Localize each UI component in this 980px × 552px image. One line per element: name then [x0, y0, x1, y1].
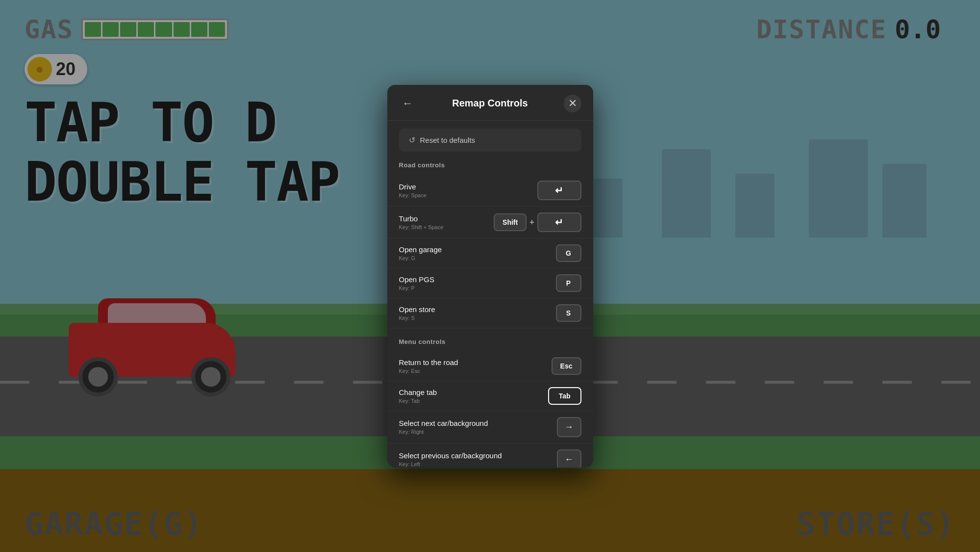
turbo-modifier-label: Shift — [503, 218, 518, 226]
open-store-key-display: S — [556, 304, 581, 322]
open-store-control-row: Open store Key: S S — [387, 298, 593, 328]
turbo-key-hint: Key: Shift + Space — [399, 224, 444, 230]
reset-icon: ↺ — [409, 135, 415, 145]
reset-label: Reset to defaults — [420, 136, 476, 144]
open-pgs-info: Open PGS Key: P — [399, 275, 435, 291]
open-garage-name: Open garage — [399, 245, 442, 254]
drive-name: Drive — [399, 183, 427, 191]
open-store-name: Open store — [399, 305, 435, 314]
next-car-name: Select next car/background — [399, 419, 488, 427]
open-pgs-control-row: Open PGS Key: P P — [387, 268, 593, 298]
remap-controls-modal: ← Remap Controls ✕ ↺ Reset to defaults R… — [387, 85, 593, 468]
return-road-key-hint: Key: Esc — [399, 368, 458, 374]
next-car-key-button[interactable]: → — [557, 417, 581, 437]
turbo-plus: + — [529, 218, 534, 227]
change-tab-key-button[interactable]: Tab — [548, 387, 581, 405]
open-pgs-key-label: P — [566, 279, 571, 287]
open-pgs-name: Open PGS — [399, 275, 435, 284]
close-icon: ✕ — [568, 97, 577, 110]
return-road-control-row: Return to the road Key: Esc Esc — [387, 351, 593, 381]
drive-space-icon: ↵ — [555, 185, 563, 195]
turbo-control-row: Turbo Key: Shift + Space Shift + ↵ — [387, 207, 593, 238]
next-car-key-hint: Key: Right — [399, 429, 488, 435]
next-car-key-display: → — [557, 417, 581, 437]
modal-back-button[interactable]: ← — [399, 95, 417, 112]
prev-car-name: Select previous car/background — [399, 451, 502, 460]
change-tab-key-label: Tab — [559, 392, 571, 400]
turbo-name: Turbo — [399, 214, 444, 223]
open-garage-key-hint: Key: G — [399, 255, 442, 261]
drive-key-display: ↵ — [537, 181, 581, 200]
modal-close-button[interactable]: ✕ — [564, 95, 581, 112]
change-tab-key-display: Tab — [548, 387, 581, 405]
change-tab-info: Change tab Key: Tab — [399, 388, 437, 404]
next-car-key-label: → — [565, 422, 574, 432]
open-garage-key-button[interactable]: G — [556, 244, 581, 262]
open-pgs-key-display: P — [556, 274, 581, 292]
turbo-key-display: Shift + ↵ — [494, 212, 581, 232]
next-car-info: Select next car/background Key: Right — [399, 419, 488, 435]
open-store-key-label: S — [566, 309, 571, 317]
menu-controls-section-label: Menu controls — [387, 328, 593, 351]
modal-title: Remap Controls — [452, 98, 528, 109]
return-road-name: Return to the road — [399, 358, 458, 367]
reset-defaults-button[interactable]: ↺ Reset to defaults — [399, 129, 581, 152]
turbo-control-info: Turbo Key: Shift + Space — [399, 214, 444, 230]
prev-car-key-label: ← — [565, 454, 574, 464]
open-pgs-key-hint: Key: P — [399, 285, 435, 291]
open-garage-info: Open garage Key: G — [399, 245, 442, 261]
turbo-space-icon: ↵ — [555, 217, 563, 227]
prev-car-key-button[interactable]: ← — [557, 449, 581, 468]
change-tab-key-hint: Key: Tab — [399, 398, 437, 404]
return-road-key-display: Esc — [552, 357, 581, 375]
open-pgs-key-button[interactable]: P — [556, 274, 581, 292]
open-garage-key-display: G — [556, 244, 581, 262]
drive-key-hint: Key: Space — [399, 192, 427, 198]
prev-car-key-display: ← — [557, 449, 581, 468]
next-car-control-row: Select next car/background Key: Right → — [387, 411, 593, 444]
prev-car-key-hint: Key: Left — [399, 461, 502, 467]
drive-key-button[interactable]: ↵ — [537, 181, 581, 200]
modal-header: ← Remap Controls ✕ — [387, 85, 593, 121]
open-store-key-hint: Key: S — [399, 315, 435, 321]
open-garage-control-row: Open garage Key: G G — [387, 238, 593, 268]
prev-car-info: Select previous car/background Key: Left — [399, 451, 502, 467]
prev-car-control-row: Select previous car/background Key: Left… — [387, 444, 593, 468]
open-store-key-button[interactable]: S — [556, 304, 581, 322]
turbo-shift-button[interactable]: Shift — [494, 213, 527, 231]
back-icon: ← — [402, 97, 413, 110]
drive-control-info: Drive Key: Space — [399, 183, 427, 198]
change-tab-control-row: Change tab Key: Tab Tab — [387, 381, 593, 411]
modal-overlay: ← Remap Controls ✕ ↺ Reset to defaults R… — [0, 0, 980, 552]
road-controls-section-label: Road controls — [387, 159, 593, 175]
return-road-info: Return to the road Key: Esc — [399, 358, 458, 374]
change-tab-name: Change tab — [399, 388, 437, 396]
turbo-space-button[interactable]: ↵ — [537, 212, 581, 232]
drive-control-row: Drive Key: Space ↵ — [387, 175, 593, 207]
return-road-key-button[interactable]: Esc — [552, 357, 581, 375]
open-store-info: Open store Key: S — [399, 305, 435, 321]
open-garage-key-label: G — [566, 249, 571, 257]
return-road-key-label: Esc — [560, 362, 573, 370]
